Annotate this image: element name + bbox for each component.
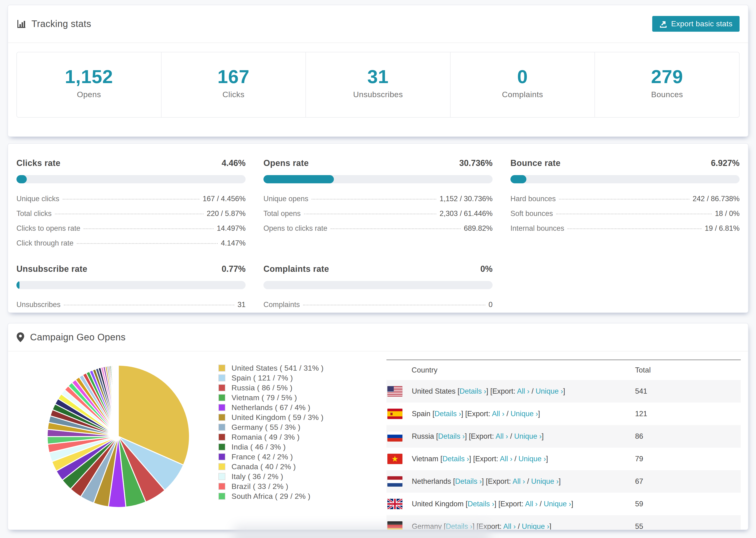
legend-swatch: [218, 374, 225, 381]
export-all-link[interactable]: All ›: [492, 409, 504, 418]
stat-value: 0: [451, 66, 595, 87]
legend-item-russia: Russia ( 86 / 5% ): [218, 383, 324, 393]
metric-value: 2,303 / 61.446%: [440, 209, 493, 218]
rates-card: Clicks rate4.46%Unique clicks167 / 4.456…: [8, 143, 748, 313]
rate-value: 0%: [480, 264, 493, 274]
details-link[interactable]: Details ›: [468, 500, 495, 508]
summary-stat-opens: 1,152Opens: [17, 52, 161, 117]
legend-label: South Africa ( 29 / 2% ): [232, 492, 310, 501]
legend-label: India ( 46 / 3% ): [232, 443, 286, 452]
stat-label: Clicks: [162, 90, 306, 99]
stat-label: Unsubscribes: [306, 90, 450, 99]
summary-stat-bounces: 279Bounces: [594, 52, 739, 117]
details-link[interactable]: Details ›: [438, 432, 465, 440]
country-total: 55: [635, 515, 741, 530]
metric-value: 4.147%: [221, 239, 245, 247]
legend-label: Brazil ( 33 / 2% ): [232, 482, 288, 491]
legend-swatch: [218, 414, 225, 421]
tracking-stats-card: Tracking stats Export basic stats 1,152O…: [8, 5, 748, 137]
legend-label: Netherlands ( 67 / 4% ): [232, 403, 310, 412]
metric-row-unsubscribes: Unsubscribes31: [17, 300, 245, 309]
export-all-link[interactable]: All ›: [496, 432, 508, 440]
rate-section-opens-rate: Opens rate30.736%Unique opens1,152 / 30.…: [263, 158, 493, 254]
page-title: Tracking stats: [31, 19, 91, 29]
metric-row-click-through-rate: Click through rate4.147%: [17, 239, 245, 247]
dotted-leader: [64, 305, 234, 305]
progress-bar-fill: [511, 175, 526, 183]
metric-value: 19 / 6.81%: [705, 224, 739, 233]
table-row-netherlands: Netherlands [Details ›] [Export: All › /…: [387, 470, 741, 493]
metric-label: Unique opens: [263, 194, 308, 203]
dotted-leader: [77, 243, 218, 244]
dotted-leader: [311, 199, 436, 199]
export-unique-link[interactable]: Unique ›: [514, 432, 542, 440]
legend-swatch: [218, 434, 225, 441]
export-all-link[interactable]: All ›: [513, 477, 525, 485]
table-row-united-kingdom: United Kingdom [Details ›] [Export: All …: [387, 493, 741, 515]
progress-bar: [263, 175, 493, 183]
export-all-link[interactable]: All ›: [517, 387, 529, 395]
rate-value: 6.927%: [711, 158, 739, 168]
export-unique-link[interactable]: Unique ›: [536, 387, 563, 395]
legend-swatch: [218, 453, 225, 460]
export-unique-link[interactable]: Unique ›: [531, 477, 559, 485]
metric-row-complaints: Complaints0: [263, 300, 493, 309]
progress-bar: [17, 175, 245, 183]
details-link[interactable]: Details ›: [435, 409, 461, 418]
legend-label: Russia ( 86 / 5% ): [232, 384, 293, 392]
flag-icon-ru: [387, 431, 403, 442]
country-name: United States: [412, 387, 456, 395]
flag-icon-nl: [387, 476, 403, 487]
metric-row-unique-clicks: Unique clicks167 / 4.456%: [17, 194, 245, 203]
export-unique-link[interactable]: Unique ›: [544, 500, 571, 508]
export-unique-link[interactable]: Unique ›: [522, 522, 549, 530]
country-total: 121: [635, 403, 741, 425]
metric-row-unique-opens: Unique opens1,152 / 30.736%: [263, 194, 493, 203]
rate-value: 0.77%: [222, 264, 245, 274]
export-unique-link[interactable]: Unique ›: [511, 409, 538, 418]
dotted-leader: [567, 228, 702, 229]
export-all-link[interactable]: All ›: [500, 455, 512, 463]
export-basic-stats-button[interactable]: Export basic stats: [652, 16, 739, 32]
details-link[interactable]: Details ›: [442, 455, 469, 463]
flag-icon-gb: [387, 499, 403, 509]
metric-row-opens-to-clicks-rate: Opens to clicks rate689.82%: [263, 224, 493, 233]
country-total: 86: [635, 425, 741, 448]
rate-value: 30.736%: [459, 158, 493, 168]
details-link[interactable]: Details ›: [455, 477, 482, 485]
metric-value: 167 / 4.456%: [203, 194, 245, 203]
details-link[interactable]: Details ›: [459, 387, 486, 395]
legend-item-united-kingdom: United Kingdom ( 59 / 3% ): [218, 412, 324, 422]
legend-swatch: [218, 394, 225, 401]
bar-chart-icon: [17, 19, 26, 29]
legend-label: Romania ( 49 / 3% ): [232, 433, 299, 442]
metric-label: Unsubscribes: [17, 300, 61, 309]
country-total: 541: [635, 380, 741, 403]
progress-bar-fill: [263, 175, 334, 183]
metric-row-internal-bounces: Internal bounces19 / 6.81%: [511, 224, 739, 233]
export-all-link[interactable]: All ›: [525, 500, 537, 508]
legend-item-netherlands: Netherlands ( 67 / 4% ): [218, 403, 324, 412]
rate-section-complaints-rate: Complaints rate0%Complaints0: [263, 264, 493, 313]
metric-label: Clicks to opens rate: [17, 224, 80, 233]
stat-value: 31: [306, 66, 450, 87]
legend-label: Germany ( 55 / 3% ): [232, 423, 300, 432]
progress-bar: [263, 281, 493, 289]
dotted-leader: [303, 305, 485, 305]
table-row-united-states: United States [Details ›] [Export: All ›…: [387, 380, 741, 403]
export-icon: [659, 20, 667, 28]
metric-label: Unique clicks: [17, 194, 59, 203]
rate-title: Opens rate: [263, 158, 309, 168]
metric-label: Complaints: [263, 300, 300, 309]
export-unique-link[interactable]: Unique ›: [518, 455, 546, 463]
legend-item-italy: Italy ( 36 / 2% ): [218, 471, 324, 481]
progress-bar: [511, 175, 739, 183]
country-name: Spain: [412, 409, 430, 418]
legend-label: France ( 42 / 2% ): [232, 453, 293, 461]
country-cell-text: United Kingdom [Details ›] [Export: All …: [412, 500, 573, 508]
export-all-link[interactable]: All ›: [503, 522, 515, 530]
country-cell-text: Spain [Details ›] [Export: All › / Uniqu…: [412, 409, 540, 418]
summary-stats-row: 1,152Opens167Clicks31Unsubscribes0Compla…: [17, 52, 739, 118]
legend-item-france: France ( 42 / 2% ): [218, 452, 324, 462]
metric-row-clicks-to-opens-rate: Clicks to opens rate14.497%: [17, 224, 245, 233]
